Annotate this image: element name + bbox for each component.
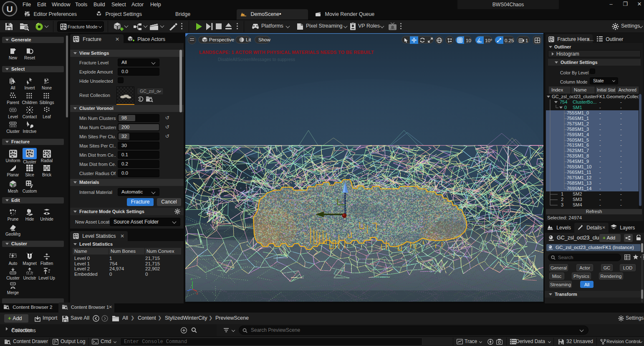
svg-text:z: z	[191, 277, 192, 281]
svg-text:x: x	[196, 292, 198, 295]
svg-text:U: U	[6, 4, 13, 14]
